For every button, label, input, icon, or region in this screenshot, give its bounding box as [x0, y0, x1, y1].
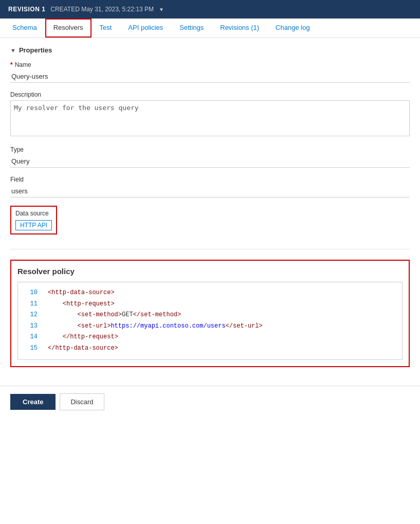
field-input[interactable] — [10, 185, 410, 197]
tab-resolvers[interactable]: Resolvers — [45, 19, 92, 38]
line-number: 10 — [22, 287, 38, 299]
data-source-badge[interactable]: HTTP API — [15, 220, 52, 230]
footer-bar: Create Discard — [0, 386, 420, 418]
name-input[interactable] — [10, 70, 410, 83]
line-number: 14 — [22, 332, 38, 343]
type-form-group: Type — [10, 146, 410, 168]
revision-badge: REVISION 1 — [8, 6, 45, 13]
line-number: 12 — [22, 310, 38, 321]
tab-api-policies[interactable]: API policies — [120, 19, 171, 38]
header-bar: REVISION 1 CREATED May 31, 2023, 5:22:13… — [0, 0, 420, 19]
tab-test[interactable]: Test — [92, 19, 120, 38]
field-form-group: Field — [10, 176, 410, 197]
create-button[interactable]: Create — [10, 394, 56, 410]
description-textarea[interactable]: My resolver for the users query — [10, 100, 410, 136]
description-form-group: Description My resolver for the users qu… — [10, 91, 410, 138]
tab-change-log[interactable]: Change log — [267, 19, 318, 38]
line-number: 15 — [22, 343, 38, 354]
code-line-11: 11 <http-request> — [22, 299, 398, 310]
resolver-policy-title: Resolver policy — [17, 267, 403, 276]
chevron-down-icon: ▼ — [10, 47, 16, 53]
field-label: Field — [10, 176, 410, 183]
main-content: ▼ Properties * Name Description My resol… — [0, 38, 420, 375]
tab-settings[interactable]: Settings — [171, 19, 212, 38]
code-line-14: 14 </http-request> — [22, 332, 398, 343]
type-input[interactable] — [10, 155, 410, 168]
tab-revisions[interactable]: Revisions (1) — [212, 19, 267, 38]
properties-section-header[interactable]: ▼ Properties — [10, 46, 410, 54]
data-source-form-group: Data source HTTP API — [10, 206, 410, 239]
description-label: Description — [10, 91, 410, 98]
created-text: CREATED May 31, 2023, 5:22:13 PM — [50, 6, 154, 13]
type-label: Type — [10, 146, 410, 153]
code-line-15: 15 </http-data-source> — [22, 343, 398, 354]
data-source-label: Data source — [15, 210, 52, 217]
code-editor[interactable]: 10 <http-data-source> 11 <http-request> … — [17, 282, 403, 360]
name-form-group: * Name — [10, 61, 410, 83]
section-divider — [10, 249, 410, 249]
line-number: 11 — [22, 299, 38, 310]
code-line-10: 10 <http-data-source> — [22, 287, 398, 299]
chevron-down-icon[interactable]: ▼ — [159, 7, 164, 12]
resolver-policy-section: Resolver policy 10 <http-data-source> 11… — [10, 260, 410, 367]
code-line-13: 13 <set-url>https://myapi.contoso.com/us… — [22, 321, 398, 332]
line-number: 13 — [22, 321, 38, 332]
required-star: * — [10, 61, 13, 68]
name-label: * Name — [10, 61, 410, 68]
tab-bar: Schema Resolvers Test API policies Setti… — [0, 19, 420, 38]
tab-schema[interactable]: Schema — [4, 19, 45, 38]
properties-section-title: Properties — [19, 46, 52, 54]
discard-button[interactable]: Discard — [60, 393, 104, 410]
data-source-section: Data source HTTP API — [10, 206, 57, 234]
code-line-12: 12 <set-method>GET</set-method> — [22, 310, 398, 321]
